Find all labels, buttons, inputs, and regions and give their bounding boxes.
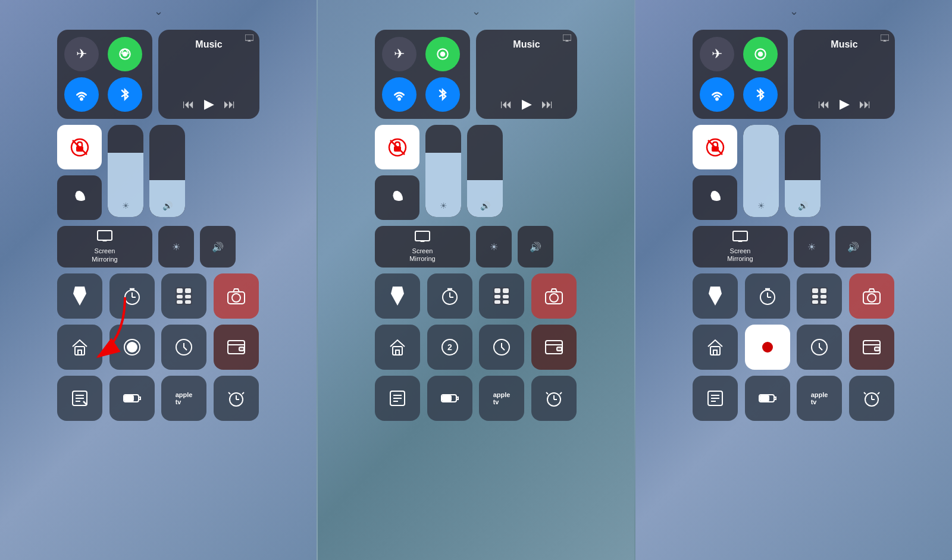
appletv-btn-1[interactable]: appletv	[161, 376, 206, 421]
play-btn-1[interactable]: ▶	[204, 96, 214, 112]
do-not-disturb-btn-3[interactable]	[693, 175, 737, 220]
svg-rect-38	[494, 288, 500, 293]
prev-btn-3[interactable]: ⏮	[818, 97, 830, 111]
screen-record-btn-2[interactable]: 2	[427, 325, 472, 370]
notch-1: ⌄	[154, 5, 163, 18]
app-row-1-p3	[693, 273, 895, 319]
music-block-1: Music ⏮ ▶ ⏭	[158, 30, 259, 119]
airplane-mode-btn-1[interactable]: ✈	[64, 37, 99, 71]
notes-btn-2[interactable]	[375, 376, 420, 421]
battery-btn-2[interactable]	[427, 376, 472, 421]
wifi-btn-3[interactable]	[700, 77, 734, 112]
clock-btn-1[interactable]	[161, 325, 206, 370]
do-not-disturb-btn-1[interactable]	[57, 175, 102, 220]
svg-rect-70	[812, 300, 818, 304]
music-block-2: Music ⏮ ▶ ⏭	[476, 30, 577, 119]
calculator-btn-2[interactable]	[479, 273, 524, 319]
brightness-sm-3[interactable]: ☀	[794, 226, 829, 268]
alarm-btn-3[interactable]	[849, 376, 894, 421]
volume-slider-2[interactable]: 🔊	[467, 125, 503, 217]
screen-mirroring-btn-3[interactable]: ScreenMirroring	[693, 226, 788, 268]
screen-mirroring-btn-2[interactable]: ScreenMirroring	[375, 226, 470, 268]
brightness-sm-2[interactable]: ☀	[476, 226, 512, 268]
wifi-btn-1[interactable]	[64, 77, 99, 112]
top-row-3: ✈	[693, 30, 895, 119]
brightness-slider-1[interactable]: ☀	[108, 125, 143, 217]
volume-sm-1[interactable]: 🔊	[200, 226, 236, 268]
cellular-btn-2[interactable]	[425, 37, 460, 71]
wallet-btn-2[interactable]	[531, 325, 577, 370]
svg-rect-80	[875, 347, 879, 351]
brightness-sm-1[interactable]: ☀	[158, 226, 194, 268]
svg-point-17	[232, 294, 240, 302]
screen-record-btn-1[interactable]	[109, 325, 155, 370]
screen-lock-btn-1[interactable]	[57, 125, 102, 169]
volume-sm-3[interactable]: 🔊	[835, 226, 871, 268]
camera-btn-3[interactable]	[849, 273, 894, 319]
airplane-mode-btn-3[interactable]: ✈	[700, 37, 734, 71]
screen-record-active-btn-3[interactable]	[745, 325, 790, 370]
appletv-btn-2[interactable]: appletv	[479, 376, 524, 421]
notch-2: ⌄	[472, 5, 481, 18]
next-btn-3[interactable]: ⏭	[859, 97, 871, 111]
bluetooth-btn-2[interactable]	[425, 77, 460, 112]
flashlight-btn-2[interactable]	[375, 273, 420, 319]
screen-lock-btn-3[interactable]	[693, 125, 737, 169]
next-btn-2[interactable]: ⏭	[541, 97, 553, 111]
prev-btn-1[interactable]: ⏮	[183, 97, 195, 111]
wifi-btn-2[interactable]	[382, 77, 416, 112]
notes-btn-3[interactable]	[693, 376, 738, 421]
clock-btn-2[interactable]	[479, 325, 524, 370]
cellular-btn-1[interactable]	[108, 37, 142, 71]
svg-rect-83	[760, 396, 769, 401]
screen-lock-btn-2[interactable]	[375, 125, 419, 169]
music-controls-2: ⏮ ▶ ⏭	[484, 96, 569, 112]
notch-3: ⌄	[790, 5, 798, 18]
camera-btn-2[interactable]	[531, 273, 577, 319]
battery-btn-1[interactable]	[109, 376, 155, 421]
play-btn-2[interactable]: ▶	[522, 96, 532, 112]
screen-mirroring-btn-1[interactable]: ScreenMirroring	[57, 226, 152, 268]
home-btn-2[interactable]	[375, 325, 420, 370]
svg-rect-67	[821, 288, 826, 293]
wallet-btn-1[interactable]	[214, 325, 259, 370]
home-btn-3[interactable]	[693, 325, 738, 370]
timer-btn-3[interactable]	[745, 273, 790, 319]
alarm-btn-2[interactable]	[531, 376, 577, 421]
brightness-slider-3[interactable]: ☀	[743, 125, 779, 217]
volume-slider-1[interactable]: 🔊	[149, 125, 185, 217]
home-btn-1[interactable]	[57, 325, 102, 370]
svg-rect-62	[733, 231, 747, 241]
next-btn-1[interactable]: ⏭	[224, 97, 236, 111]
flashlight-btn-3[interactable]	[693, 273, 738, 319]
battery-btn-3[interactable]	[745, 376, 790, 421]
play-btn-3[interactable]: ▶	[840, 96, 850, 112]
appletv-btn-3[interactable]: appletv	[797, 376, 842, 421]
svg-rect-13	[185, 295, 191, 298]
svg-rect-15	[185, 300, 191, 304]
prev-btn-2[interactable]: ⏮	[500, 97, 512, 111]
brightness-slider-2[interactable]: ☀	[425, 125, 461, 217]
clock-btn-3[interactable]	[797, 325, 842, 370]
notes-btn-1[interactable]	[57, 376, 102, 421]
timer-btn-1[interactable]	[109, 273, 155, 319]
camera-btn-1[interactable]	[214, 273, 259, 319]
app-row-3-p2: appletv	[375, 376, 577, 421]
wallet-btn-3[interactable]	[849, 325, 894, 370]
mid-row-2: ☀ 🔊	[375, 125, 577, 220]
calculator-btn-3[interactable]	[797, 273, 842, 319]
svg-point-3	[80, 98, 82, 100]
do-not-disturb-btn-2[interactable]	[375, 175, 419, 220]
timer-btn-2[interactable]	[427, 273, 472, 319]
bluetooth-btn-3[interactable]	[743, 77, 778, 112]
bluetooth-btn-1[interactable]	[108, 77, 142, 112]
cellular-btn-3[interactable]	[743, 37, 778, 71]
svg-marker-63	[709, 287, 722, 306]
flashlight-btn-1[interactable]	[57, 273, 102, 319]
volume-sm-2[interactable]: 🔊	[518, 226, 553, 268]
svg-point-21	[127, 342, 137, 353]
alarm-btn-1[interactable]	[214, 376, 259, 421]
volume-slider-3[interactable]: 🔊	[785, 125, 821, 217]
calculator-btn-1[interactable]	[161, 273, 206, 319]
airplane-mode-btn-2[interactable]: ✈	[382, 37, 416, 71]
